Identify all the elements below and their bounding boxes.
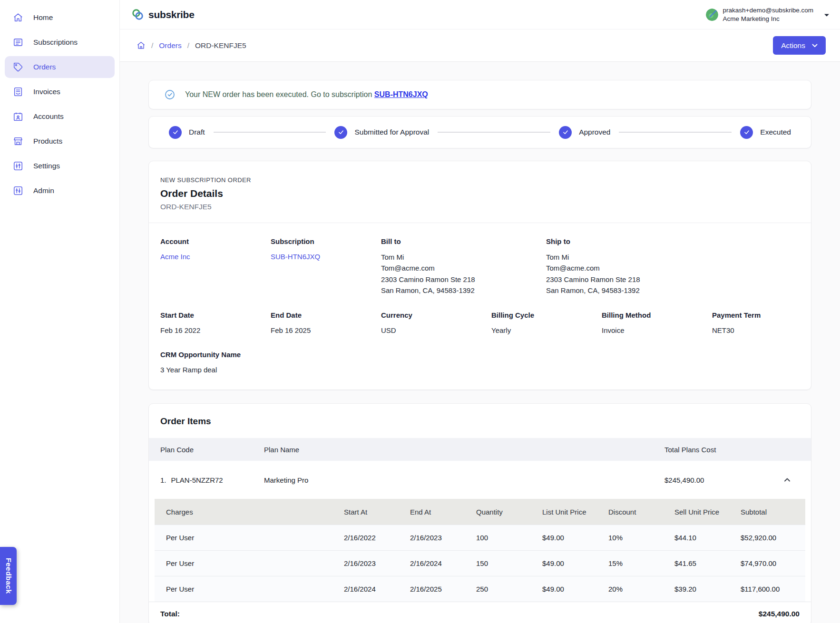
accounts-icon [12,111,24,122]
breadcrumb-orders-link[interactable]: Orders [159,41,181,50]
alert-message: Your NEW order has been executed. Go to … [185,90,428,99]
charge-discount: 20% [608,585,674,593]
step-check-icon [559,126,572,139]
products-icon [12,136,24,147]
bill-to-city: San Ramon, CA, 94583-1392 [381,285,546,296]
plan-total-value: $245,490.00 [664,476,766,484]
plan-table-header: Plan Code Plan Name Total Plans Cost [149,438,811,461]
success-alert: Your NEW order has been executed. Go to … [148,80,811,109]
field-subscription: Subscription SUB-HTN6JXQ [271,237,381,296]
charge-subtotal: $52,920.00 [741,534,805,542]
bill-to-street: 2303 Camino Ramon Ste 218 [381,274,546,285]
subscriptions-icon [12,37,24,48]
sidebar-item-accounts[interactable]: Accounts [5,106,115,127]
actions-button-label: Actions [781,41,805,50]
sidebar-item-admin[interactable]: Admin [5,180,115,202]
field-label: Ship to [546,237,800,245]
avatar [706,9,718,21]
breadcrumb-home-icon[interactable] [137,41,146,50]
logo-knot-icon [131,8,144,21]
sidebar-item-label: Admin [33,186,54,195]
breadcrumb-separator: / [187,41,189,50]
step-label: Submitted for Approval [354,128,429,136]
bill-to-name: Tom Mi [381,252,546,263]
charge-end-at: 2/16/2023 [410,534,476,542]
sidebar: Home Subscriptions Orders Invoices Accou… [0,0,120,623]
field-crm-opportunity: CRM Opportunity Name 3 Year Ramp deal [160,350,800,376]
field-label: Bill to [381,237,546,245]
chevron-up-icon [783,476,791,484]
alert-subscription-link[interactable]: SUB-HTN6JXQ [374,90,428,98]
field-billing-cycle: Billing Cycle Yearly [491,311,602,336]
plan-code-value: PLAN-5NZZR72 [171,476,223,484]
actions-button[interactable]: Actions [773,36,826,55]
field-label: Payment Term [712,311,800,319]
bill-to-email: Tom@acme.com [381,263,546,273]
ship-to-city: San Ramon, CA, 94583-1392 [546,285,800,296]
sidebar-item-settings[interactable]: Settings [5,155,115,177]
ship-to-email: Tom@acme.com [546,263,800,273]
sidebar-item-label: Accounts [33,112,64,121]
step-label: Draft [189,128,205,136]
billing-method-value: Invoice [602,325,712,336]
plan-index: 1. [160,476,166,484]
field-start-date: Start Date Feb 16 2022 [160,311,271,336]
order-items-title: Order Items [149,404,811,438]
field-label: Start Date [160,311,271,319]
step-check-icon [334,126,347,139]
field-account: Account Acme Inc [160,237,271,296]
order-details-header: NEW SUBSCRIPTION ORDER Order Details ORD… [149,161,811,223]
col-subtotal: Subtotal [741,508,805,516]
sidebar-item-label: Products [33,137,62,146]
charge-sell-price: $44.10 [674,534,741,542]
total-label: Total: [160,610,180,618]
start-date-value: Feb 16 2022 [160,325,271,336]
page-title: Order Details [160,188,800,199]
step-connector [438,132,550,133]
charge-start-at: 2/16/2023 [344,559,410,567]
brand-name: subskribe [148,9,195,20]
charge-quantity: 150 [476,559,542,567]
charge-row: Per User 2/16/2022 2/16/2023 100 $49.00 … [155,525,805,550]
collapse-plan-button[interactable] [781,474,793,486]
field-label: Billing Method [602,311,712,319]
brand-logo[interactable]: subskribe [131,8,195,21]
sidebar-item-label: Home [33,13,53,22]
order-details-card: NEW SUBSCRIPTION ORDER Order Details ORD… [148,161,811,390]
sidebar-item-label: Subscriptions [33,38,78,47]
ship-to-name: Tom Mi [546,252,800,263]
home-icon [12,12,24,23]
step-check-icon [740,126,753,139]
col-start-at: Start At [344,508,410,516]
charge-list-price: $49.00 [542,559,608,567]
subscription-link[interactable]: SUB-HTN6JXQ [271,252,381,263]
plan-row: 1. PLAN-5NZZR72 Marketing Pro $245,490.0… [149,461,811,499]
charge-end-at: 2/16/2025 [410,585,476,593]
field-payment-term: Payment Term NET30 [712,311,800,336]
step-label: Executed [760,128,791,136]
charge-end-at: 2/16/2024 [410,559,476,567]
charge-sell-price: $39.20 [674,585,741,593]
field-label: Account [160,237,271,245]
sidebar-item-products[interactable]: Products [5,130,115,152]
charge-start-at: 2/16/2022 [344,534,410,542]
charge-subtotal: $117,600.00 [741,585,805,593]
sidebar-item-invoices[interactable]: Invoices [5,81,115,103]
settings-icon [12,160,24,172]
charge-discount: 10% [608,534,674,542]
feedback-button[interactable]: Feedback [0,547,17,605]
user-menu[interactable]: prakash+demo@subskribe.com Acme Marketin… [706,6,830,23]
sidebar-item-home[interactable]: Home [5,7,115,29]
sidebar-item-label: Settings [33,162,60,170]
sidebar-item-orders[interactable]: Orders [5,56,115,78]
step-executed: Executed [740,126,791,139]
alert-message-text: Your NEW order has been executed. Go to … [185,90,374,98]
sidebar-item-subscriptions[interactable]: Subscriptions [5,31,115,53]
step-approved: Approved [559,126,610,139]
account-link[interactable]: Acme Inc [160,252,271,263]
step-label: Approved [579,128,610,136]
order-type-label: NEW SUBSCRIPTION ORDER [160,176,800,184]
orders-tag-icon [12,61,24,73]
plan-name-value: Marketing Pro [264,476,664,484]
order-status-stepper: Draft Submitted for Approval Approved Ex… [148,116,811,148]
